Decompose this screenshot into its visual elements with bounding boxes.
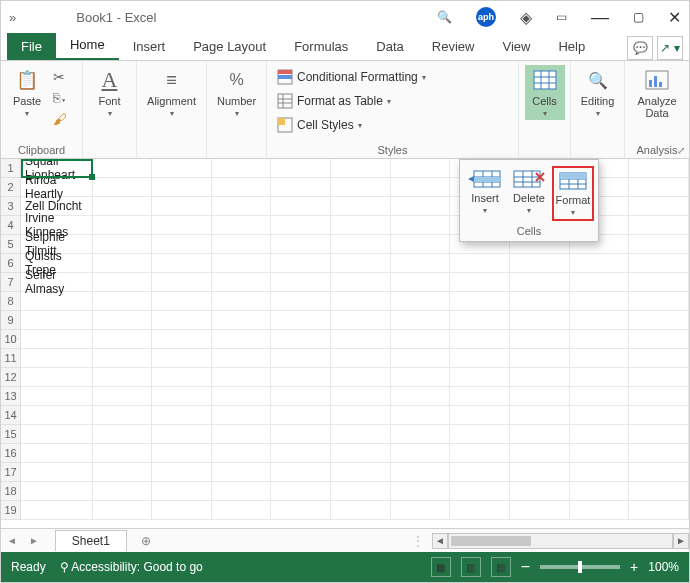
- cell[interactable]: [21, 330, 93, 349]
- cell[interactable]: [331, 463, 391, 482]
- row-header[interactable]: 8: [1, 292, 21, 311]
- cell[interactable]: [570, 311, 630, 330]
- row-header[interactable]: 17: [1, 463, 21, 482]
- cell[interactable]: [629, 463, 689, 482]
- cell[interactable]: [629, 235, 689, 254]
- row-header[interactable]: 14: [1, 406, 21, 425]
- alignment-button[interactable]: ≡ Alignment ▾: [143, 65, 200, 120]
- row-header[interactable]: 9: [1, 311, 21, 330]
- cell[interactable]: [152, 292, 212, 311]
- cell[interactable]: [391, 501, 451, 520]
- tab-view[interactable]: View: [488, 33, 544, 60]
- collapse-ribbon-icon[interactable]: ⤢: [677, 145, 685, 156]
- cell[interactable]: [212, 311, 272, 330]
- fill-handle[interactable]: [89, 174, 95, 180]
- cell[interactable]: [629, 406, 689, 425]
- cell[interactable]: [391, 368, 451, 387]
- accessibility-status[interactable]: ⚲ Accessibility: Good to go: [60, 560, 203, 574]
- cell[interactable]: [93, 178, 153, 197]
- row-header[interactable]: 19: [1, 501, 21, 520]
- cell[interactable]: [212, 216, 272, 235]
- cell[interactable]: [93, 482, 153, 501]
- cell[interactable]: [510, 444, 570, 463]
- row-header[interactable]: 18: [1, 482, 21, 501]
- cell[interactable]: [391, 235, 451, 254]
- cell[interactable]: [391, 178, 451, 197]
- cell[interactable]: [510, 311, 570, 330]
- cells-button[interactable]: Cells ▾: [525, 65, 565, 120]
- cell[interactable]: [450, 254, 510, 273]
- cell[interactable]: [331, 368, 391, 387]
- cell[interactable]: [93, 197, 153, 216]
- cell[interactable]: [21, 311, 93, 330]
- cell[interactable]: [629, 387, 689, 406]
- cell[interactable]: [21, 292, 93, 311]
- cell[interactable]: [212, 178, 272, 197]
- cell[interactable]: [450, 501, 510, 520]
- tab-formulas[interactable]: Formulas: [280, 33, 362, 60]
- cell[interactable]: [152, 463, 212, 482]
- cell[interactable]: [629, 444, 689, 463]
- cell[interactable]: [629, 311, 689, 330]
- format-cells-button[interactable]: Format ▾: [552, 166, 594, 221]
- cell[interactable]: [152, 444, 212, 463]
- cell[interactable]: [331, 159, 391, 178]
- cell[interactable]: [271, 178, 331, 197]
- sheet-nav-next[interactable]: ►: [23, 535, 45, 546]
- cell[interactable]: [450, 368, 510, 387]
- cell[interactable]: [331, 273, 391, 292]
- cell[interactable]: [152, 216, 212, 235]
- cell[interactable]: [331, 197, 391, 216]
- cell[interactable]: [629, 292, 689, 311]
- cell[interactable]: [271, 159, 331, 178]
- cell[interactable]: [331, 330, 391, 349]
- cell[interactable]: [93, 387, 153, 406]
- row-header[interactable]: 3: [1, 197, 21, 216]
- cell[interactable]: [450, 444, 510, 463]
- cell[interactable]: [391, 159, 451, 178]
- cell[interactable]: [212, 482, 272, 501]
- row-header[interactable]: 11: [1, 349, 21, 368]
- cell[interactable]: [93, 501, 153, 520]
- tab-page-layout[interactable]: Page Layout: [179, 33, 280, 60]
- format-as-table-button[interactable]: Format as Table ▾: [273, 91, 395, 111]
- cell[interactable]: [152, 330, 212, 349]
- cell[interactable]: [271, 501, 331, 520]
- cell[interactable]: [152, 349, 212, 368]
- cell[interactable]: [212, 197, 272, 216]
- cell[interactable]: Seifer Almasy: [21, 273, 93, 292]
- cell[interactable]: [450, 292, 510, 311]
- view-page-break-button[interactable]: ▤: [491, 557, 511, 577]
- cell[interactable]: [271, 311, 331, 330]
- cell[interactable]: [152, 387, 212, 406]
- tab-review[interactable]: Review: [418, 33, 489, 60]
- cell[interactable]: [450, 330, 510, 349]
- cell[interactable]: [21, 501, 93, 520]
- cell[interactable]: [93, 425, 153, 444]
- cell[interactable]: [450, 425, 510, 444]
- cell[interactable]: [391, 387, 451, 406]
- row-header[interactable]: 12: [1, 368, 21, 387]
- cell[interactable]: [331, 482, 391, 501]
- cell[interactable]: [391, 330, 451, 349]
- cell[interactable]: [152, 311, 212, 330]
- zoom-slider[interactable]: [540, 565, 620, 569]
- maximize-icon[interactable]: ▢: [633, 10, 644, 24]
- cell[interactable]: [570, 387, 630, 406]
- cell[interactable]: [152, 406, 212, 425]
- cell[interactable]: [212, 463, 272, 482]
- cell[interactable]: [212, 368, 272, 387]
- cell[interactable]: [510, 254, 570, 273]
- cell[interactable]: [93, 216, 153, 235]
- cell[interactable]: [331, 254, 391, 273]
- cell[interactable]: [212, 387, 272, 406]
- premium-icon[interactable]: ◈: [520, 8, 532, 27]
- cell[interactable]: [271, 482, 331, 501]
- cell[interactable]: [629, 216, 689, 235]
- hscroll-left[interactable]: ◄: [432, 533, 448, 549]
- cell[interactable]: [629, 159, 689, 178]
- cell[interactable]: [629, 273, 689, 292]
- row-header[interactable]: 15: [1, 425, 21, 444]
- cell[interactable]: [391, 273, 451, 292]
- cell[interactable]: [391, 406, 451, 425]
